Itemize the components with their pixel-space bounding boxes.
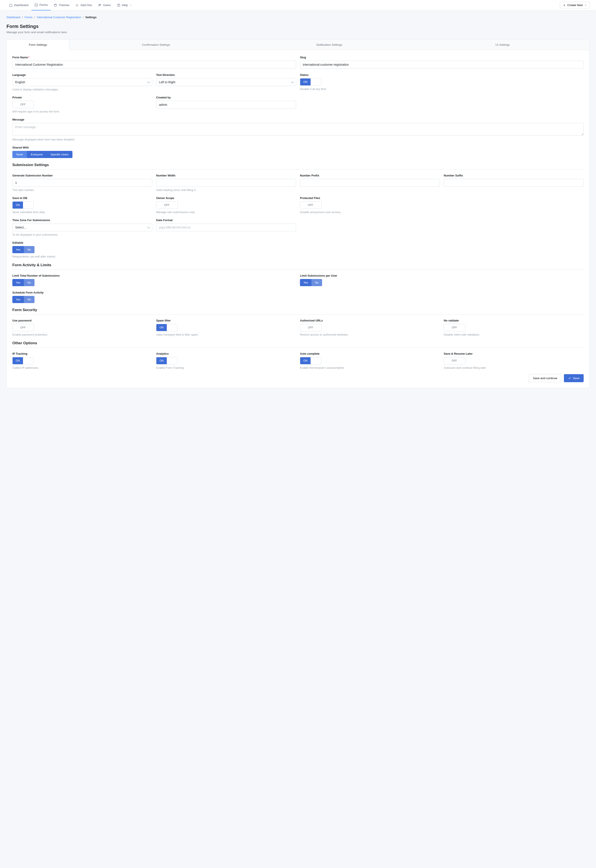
svg-rect-0 [35,4,37,6]
status-label: Status [300,73,440,77]
text-direction-select[interactable]: Left to Right [156,78,296,86]
message-help: Message displayed when form has been dis… [12,138,584,141]
nav-help[interactable]: Help [114,0,135,10]
breadcrumb-current: Settings [86,16,96,19]
ip-tracking-toggle[interactable]: ON [12,357,34,365]
message-label: Message [12,118,584,121]
number-prefix-label: Number Prefix [300,174,440,177]
tabs: Form Settings Confirmation Settings Noti… [7,40,589,50]
breadcrumb-link[interactable]: Dashboard [6,16,21,19]
shared-none[interactable]: None [12,151,27,158]
limit-total-segment: Yes No [12,279,34,286]
plus-icon [563,4,566,7]
gen-number-input[interactable] [12,179,152,187]
tab-ui[interactable]: UI Settings [416,40,589,50]
save-and-continue-button[interactable]: Save and continue [529,374,561,382]
breadcrumb-link[interactable]: International Customer Registration [37,16,81,19]
tab-confirmation[interactable]: Confirmation Settings [70,40,243,50]
language-select[interactable]: English [12,78,152,86]
no-validate-label: No validate [444,319,584,322]
save-resume-label: Save & Resume Later [444,352,584,355]
status-help: Disable it at any time. [300,87,440,91]
home-icon [9,3,13,7]
schedule-no[interactable]: No [24,296,34,303]
svg-point-5 [100,4,101,5]
schedule-yes[interactable]: Yes [12,296,24,303]
limit-total-label: Limit Total Number of Submissions [12,274,296,277]
chevron-down-icon [584,4,587,6]
nav-themes[interactable]: Themes [51,0,72,10]
nav-label: Users [103,3,111,7]
schedule-activity-segment: Yes No [12,296,34,303]
create-label: Create New [567,3,583,7]
number-width-input[interactable] [156,179,296,187]
nav-forms[interactable]: Forms [31,0,51,10]
nav-label: Dashboard [14,3,28,7]
owner-scope-label: Owner Scope [156,196,296,200]
nav-users[interactable]: Users [95,0,114,10]
number-prefix-input[interactable] [300,179,440,187]
message-textarea[interactable] [12,123,584,136]
spam-filter-label: Spam filter [156,319,296,322]
limit-total-no[interactable]: No [24,279,34,286]
use-password-toggle[interactable]: OFF [12,324,34,331]
number-suffix-label: Number Suffix [444,174,584,177]
editable-yes[interactable]: Yes [12,246,24,253]
shared-everyone[interactable]: Everyone [27,151,47,158]
editable-label: Editable [12,241,584,244]
page-subtitle: Manage your form and email notifications… [6,31,590,34]
status-toggle[interactable]: ON [300,78,321,86]
nav-label: Themes [59,3,70,7]
created-by-input[interactable] [156,101,296,109]
slug-label: Slug [300,56,584,59]
shared-specific[interactable]: Specific Users [47,151,72,158]
form-name-label: Form Name* [12,56,296,59]
owner-scope-toggle[interactable]: OFF [156,201,178,209]
editable-segment: Yes No [12,246,34,253]
editable-no[interactable]: No [24,246,34,253]
limit-per-user-yes[interactable]: Yes [300,279,311,286]
nav-addons[interactable]: Add-Ons [72,0,95,10]
autocomplete-toggle[interactable]: ON [300,357,321,365]
check-square-icon [34,3,38,7]
analytics-toggle[interactable]: ON [156,357,177,365]
users-icon [98,3,102,7]
footer-actions: Save and continue Save [12,374,584,382]
auth-urls-toggle[interactable]: OFF [300,324,322,331]
tab-notification[interactable]: Notification Settings [243,40,416,50]
timezone-label: Time Zone For Submissions [12,218,152,222]
top-nav: Dashboard Forms Themes Add-Ons Users Hel… [0,0,596,10]
other-options-heading: Other Options [12,341,584,348]
palette-icon [54,3,57,7]
nav-dashboard[interactable]: Dashboard [6,0,31,10]
nav-label: Add-Ons [80,3,92,7]
svg-point-1 [54,4,57,6]
no-validate-toggle[interactable]: OFF [444,324,466,331]
spam-filter-toggle[interactable]: ON [156,324,177,331]
breadcrumb-link[interactable]: Forms [25,16,33,19]
save-db-toggle[interactable]: ON [12,201,34,209]
form-security-heading: Form Security [12,308,584,314]
limit-per-user-no[interactable]: No [311,279,322,286]
ip-tracking-label: IP Tracking [12,352,152,355]
private-toggle[interactable]: OFF [12,101,34,108]
form-name-input[interactable] [12,61,296,68]
tab-form-settings[interactable]: Form Settings [6,40,70,50]
svg-point-3 [56,4,56,5]
limit-total-yes[interactable]: Yes [12,279,24,286]
save-button[interactable]: Save [564,374,584,382]
protected-files-toggle[interactable]: OFF [300,201,322,209]
created-by-label: Created by [156,96,296,99]
text-direction-label: Text Direction [156,73,296,77]
timezone-select[interactable]: Select... [12,223,152,231]
svg-point-4 [99,4,100,5]
number-suffix-input[interactable] [444,179,584,187]
language-label: Language [12,73,152,77]
check-icon [568,376,571,380]
create-new-button[interactable]: Create New [560,2,590,9]
date-format-input[interactable] [156,223,296,231]
activity-limits-heading: Form Activity & Limits [12,263,584,270]
save-resume-toggle[interactable]: OFF [444,357,466,365]
slug-input[interactable] [300,61,584,68]
nav-label: Forms [40,3,48,6]
